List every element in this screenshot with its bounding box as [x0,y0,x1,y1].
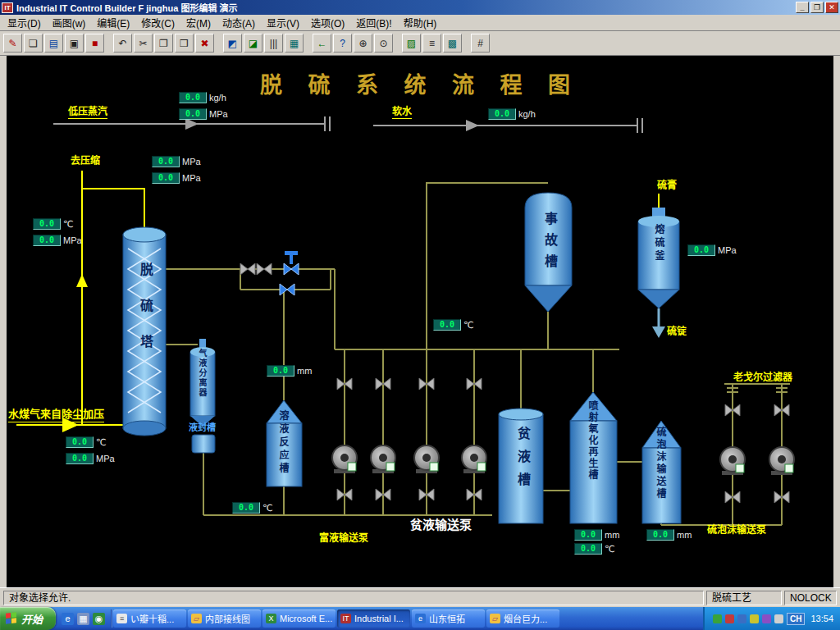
task-button-notepad[interactable]: ≡ い瓣十稲... [113,609,186,628]
system-tray: CH 13:54 [703,607,840,630]
readout-unit: MPa [209,109,228,119]
task-button-industrial-it[interactable]: IT Industrial I... [337,609,410,628]
new-icon[interactable]: ❏ [24,34,43,52]
menu-item-dynamic[interactable]: 动态(A) [217,14,261,31]
readout-inlet-pressure: 0.0MPa [66,453,115,464]
readout-unit: MPa [182,157,201,167]
toolbar-separator [463,34,469,52]
readout-unit: MPa [63,235,82,245]
task-button-wiring-folder[interactable]: ▱ 内部接线图 [188,609,261,628]
table-icon[interactable]: ▩ [443,34,462,52]
menu-item-options[interactable]: 选项(O) [305,14,350,31]
menu-bar: 显示(D) 画图(w) 编辑(E) 修改(C) 宏(M) 动态(A) 显示(V)… [0,15,840,31]
jet-oxidation-regeneration-tank-label: 喷射氧化再生槽 [586,400,600,481]
solution-reaction-tank-label: 溶液反应槽 [276,410,290,476]
menu-item-help[interactable]: 帮助(H) [398,14,443,31]
folder-icon: ▱ [191,614,202,623]
status-message: 对象选择允许. [3,591,704,605]
zoom-icon[interactable]: ⊕ [354,34,372,52]
menu-item-modify[interactable]: 修改(C) [135,14,180,31]
diagram-canvas[interactable]: 脱 硫 系 统 流 程 图 低压蒸汽 软水 去压缩 水煤气来自除尘加压 硫膏 硫… [7,56,833,587]
sulfur-foam-transfer-tank-label: 硫泡沫输送槽 [654,427,668,500]
label-sulfur-ingot: 硫锭 [667,323,687,337]
paste-icon[interactable]: ❒ [175,34,194,52]
cut-icon[interactable]: ✂ [134,34,153,52]
readout-unit: ℃ [463,320,473,331]
restore-button[interactable]: ❐ [810,2,824,13]
list-icon[interactable]: ≡ [422,34,441,52]
readout-value: 0.0 [267,365,294,377]
clock-icon[interactable]: ⊙ [374,34,393,52]
close-button[interactable]: ✕ [825,2,838,13]
volume-tray-icon[interactable] [774,614,783,623]
barcode-icon[interactable]: ||| [264,34,283,52]
image-icon[interactable]: ▨ [402,34,421,52]
toolbar: ✎ ❏ ▤ ▣ ■ ↶ ✂ ❐ ❒ ✖ ◩ ◪ ||| ▦ ← ? ⊕ ⊙ ▨ … [0,31,840,56]
start-button[interactable]: 开始 [0,607,56,630]
copy-icon[interactable]: ❐ [154,34,173,52]
ie-icon: e [415,614,426,623]
menu-item-return[interactable]: 返回(B)! [350,14,397,31]
undo-icon[interactable]: ↶ [113,34,132,52]
menu-item-draw[interactable]: 画图(w) [47,14,92,31]
messenger-tray-icon[interactable] [750,614,759,623]
readout-unit: mm [677,530,692,540]
task-button-yantai-folder[interactable]: ▱ 烟台巨力... [486,609,559,628]
readout-softwater-flow: 0.0kg/h [488,108,536,120]
color-icon[interactable]: ◩ [223,34,242,52]
grid-icon[interactable]: # [471,34,490,52]
window-title: Industrial IT Control Builder F jinghua … [16,1,794,14]
desktop-quicklaunch-icon[interactable]: ▦ [77,613,89,625]
task-button-excel[interactable]: X Microsoft E... [262,609,336,628]
readout-kettle-pressure: 0.0MPa [687,244,737,256]
language-indicator[interactable]: CH [787,613,805,625]
taskbar-clock[interactable]: 13:54 [810,614,833,623]
readout-value: 0.0 [433,319,461,331]
readout-inlet-temp: 0.0℃ [66,436,106,448]
task-label: Microsoft E... [280,614,332,623]
network-tray-icon[interactable] [737,614,746,623]
minimize-button[interactable]: _ [796,2,809,13]
readout-separator-level: 0.0mm [267,365,312,377]
antivirus-tray-icon[interactable] [713,614,722,623]
label-sulfur-foam-pump: 硫泡沫输送泵 [707,522,766,536]
ie-quicklaunch-icon[interactable]: e [62,613,74,625]
task-button-browser[interactable]: e 山东恒拓 [412,609,485,628]
readout-tower-top-pressure-1: 0.0MPa [152,156,201,167]
draw-tool-icon[interactable]: ✎ [3,34,22,52]
diagram-title: 脱 硫 系 统 流 程 图 [7,67,833,99]
print-icon[interactable]: ▣ [65,34,84,52]
fill-icon[interactable]: ◪ [244,34,262,52]
delete-icon[interactable]: ✖ [195,34,214,52]
document-icon: ≡ [116,614,127,623]
label-lean-liquid-pump: 贫液输送泵 [410,515,472,532]
save-icon[interactable]: ▤ [44,34,63,52]
title-bar: IT Industrial IT Control Builder F jingh… [0,0,840,15]
label-to-compression: 去压缩 [71,153,100,167]
menu-item-macro[interactable]: 宏(M) [180,14,217,31]
menu-item-view[interactable]: 显示(V) [261,14,305,31]
readout-unit: ℃ [262,503,272,514]
align-icon[interactable]: ▦ [285,34,304,52]
toolbar-separator [305,34,311,52]
readout-value: 0.0 [574,543,602,555]
readout-value: 0.0 [574,529,602,541]
readout-value: 0.0 [179,108,207,120]
readout-value: 0.0 [152,156,180,167]
industrial-it-icon: IT [340,614,351,623]
preview-icon[interactable]: ■ [85,34,104,52]
readout-unit: mm [605,530,619,540]
menu-item-display[interactable]: 显示(D) [2,14,47,31]
readout-unit: MPa [96,454,115,463]
media-quicklaunch-icon[interactable]: ◉ [93,613,105,625]
help-icon[interactable]: ? [333,34,352,52]
update-tray-icon[interactable] [762,614,771,623]
readout-unit: kg/h [209,93,226,103]
label-soft-water: 软水 [392,103,412,119]
task-label: い瓣十稲... [130,612,174,625]
readout-unit: ℃ [63,219,73,230]
back-icon[interactable]: ← [313,34,331,52]
alert-tray-icon[interactable] [725,614,734,623]
readout-value: 0.0 [33,218,61,230]
menu-item-edit[interactable]: 编辑(E) [91,14,135,31]
